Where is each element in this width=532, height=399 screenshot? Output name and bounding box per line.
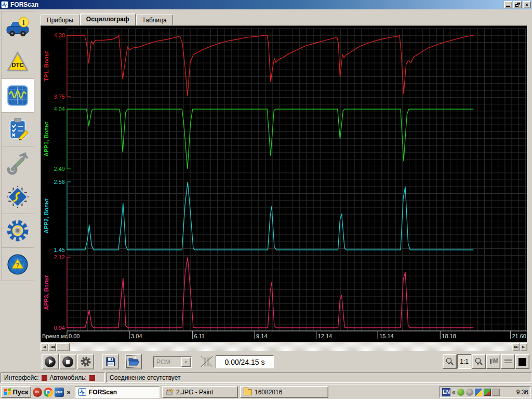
- right-arrow-icon: ▶: [522, 345, 525, 349]
- zoom-actual-button[interactable]: 1:1: [457, 354, 471, 369]
- save-button[interactable]: [102, 354, 119, 369]
- channel-name-label: APP3, Вольт: [43, 275, 49, 310]
- x-tick-label: 21.60: [512, 333, 526, 339]
- play-button[interactable]: [42, 354, 59, 369]
- black-square-icon: [518, 358, 526, 366]
- sidebar-item-settings[interactable]: [1, 214, 34, 247]
- module-select: PCM ▼: [153, 356, 192, 368]
- window-title: FORScan: [10, 1, 503, 8]
- channel-name-label: TP1, Вольт: [43, 50, 49, 81]
- tray-icon[interactable]: [484, 389, 491, 396]
- chrome-icon: [44, 388, 53, 397]
- tray-icon[interactable]: [466, 389, 473, 396]
- tab-bar: Приборы Осциллограф Таблица: [41, 14, 174, 25]
- quicklaunch-chrome[interactable]: [43, 387, 53, 397]
- trace-APP2: [67, 182, 473, 250]
- restore-icon: [515, 3, 520, 7]
- hscrollbar[interactable]: ◀ ◀◀ ▶▶ ▶: [41, 343, 527, 351]
- settings-gear-icon: [80, 356, 91, 367]
- sidebar-item-service[interactable]: [1, 146, 34, 180]
- quicklaunch-kmplayer[interactable]: KMP: [54, 387, 64, 397]
- sidebar-item-vehicle-info[interactable]: i: [1, 11, 34, 45]
- left-arrow-icon: ◀: [43, 345, 46, 349]
- minimize-button[interactable]: [504, 1, 512, 8]
- measure-ruler-button[interactable]: [486, 354, 500, 369]
- oscilloscope-panel: Время,мс0.003.046.119.1412.1415.1418.182…: [41, 25, 527, 342]
- language-indicator[interactable]: EN: [442, 388, 450, 396]
- red-browser-icon: 09: [33, 388, 42, 397]
- taskbar-window-paint[interactable]: 2.JPG - Paint: [162, 386, 238, 398]
- sidebar-item-tests[interactable]: [1, 112, 34, 146]
- taskbar: Пуск 09 KMP » FORScan 2.JPG - Paint 1608…: [0, 384, 532, 399]
- sidebar-item-configuration[interactable]: [1, 180, 34, 214]
- channel-max-label: 4.38: [54, 32, 65, 38]
- sidebar-item-help[interactable]: ?: [1, 247, 34, 281]
- restore-button[interactable]: [513, 1, 522, 8]
- background-color-button[interactable]: [515, 354, 529, 369]
- channel-min-label: 0.94: [54, 325, 65, 331]
- vehicle-status-led: [89, 375, 95, 381]
- tab-table[interactable]: Таблица: [136, 15, 173, 25]
- channel-min-label: 1.45: [54, 247, 65, 253]
- kmplayer-icon: KMP: [55, 388, 64, 397]
- task-title: 16082016: [255, 389, 282, 396]
- x-tick-label: 15.14: [379, 333, 394, 339]
- forscan-task-icon: [78, 388, 86, 396]
- trace-TP1: [67, 35, 473, 96]
- tray-icon[interactable]: [475, 389, 482, 396]
- scroll-left-fast-button[interactable]: ◀◀: [48, 343, 56, 351]
- channel-name-label: APP2, Вольт: [43, 198, 49, 233]
- connection-indicators-panel: Интерфейс: Автомобиль:: [1, 373, 105, 383]
- close-button[interactable]: ×: [523, 1, 531, 8]
- start-button[interactable]: Пуск: [1, 386, 31, 398]
- scroll-left-button[interactable]: ◀: [41, 343, 48, 351]
- channel-max-label: 2.56: [54, 179, 65, 185]
- sidebar-item-oscilloscope[interactable]: [1, 78, 34, 112]
- gear-icon: [6, 219, 30, 243]
- scrollbar-track[interactable]: [70, 343, 512, 351]
- svg-text:?: ?: [16, 262, 19, 268]
- grid-lines-button[interactable]: [501, 354, 515, 369]
- channel-min-label: 2.49: [54, 166, 65, 172]
- right-arrow-icon: ▶: [516, 345, 517, 349]
- wrench-icon: [6, 151, 30, 175]
- ruler-icon: [489, 357, 498, 366]
- quicklaunch-red-browser[interactable]: 09: [32, 387, 42, 397]
- tests-icon: [6, 117, 30, 141]
- tray-collapse-chevron[interactable]: «: [452, 389, 456, 396]
- scroll-right-button[interactable]: ▶: [520, 343, 527, 351]
- sidebar-item-dtc[interactable]: DTC: [1, 45, 34, 78]
- status-bar: Интерфейс: Автомобиль: Соединение отсутс…: [0, 372, 532, 383]
- forscan-app-icon: [1, 1, 8, 8]
- sidebar: i DTC: [1, 11, 34, 281]
- svg-text:DTC: DTC: [11, 62, 24, 68]
- open-button[interactable]: [125, 354, 142, 369]
- start-label: Пуск: [13, 388, 29, 396]
- status-message: Соединение отсутствует: [110, 374, 180, 381]
- task-title: 2.JPG - Paint: [176, 389, 213, 396]
- paint-task-icon: [166, 388, 174, 396]
- dtc-icon: DTC: [6, 50, 30, 74]
- x-tick-label: 0.00: [69, 333, 79, 339]
- save-floppy-icon: [105, 356, 116, 367]
- interface-status-led: [42, 375, 47, 381]
- stop-button[interactable]: [59, 354, 76, 369]
- tab-oscilloscope[interactable]: Осциллограф: [80, 14, 136, 25]
- taskbar-window-forscan[interactable]: FORScan: [75, 386, 159, 398]
- title-bar: FORScan ×: [0, 0, 532, 9]
- taskbar-window-folder[interactable]: 16082016: [240, 386, 328, 398]
- tray-icon[interactable]: [457, 389, 464, 396]
- open-folder-icon: [128, 356, 139, 367]
- chip-icon: [6, 185, 30, 209]
- scrollbar-thumb[interactable]: [56, 343, 70, 351]
- zoom-in-button[interactable]: [472, 354, 486, 369]
- tab-instruments[interactable]: Приборы: [41, 15, 79, 25]
- scope-settings-button[interactable]: [77, 354, 94, 369]
- scroll-right-fast-button[interactable]: ▶▶: [512, 343, 520, 351]
- task-title: FORScan: [89, 389, 117, 396]
- disconnect-button: [198, 354, 215, 369]
- tray-icon[interactable]: [493, 389, 500, 396]
- quicklaunch-overflow-chevron[interactable]: »: [65, 387, 72, 397]
- zoom-out-button[interactable]: [443, 354, 457, 369]
- folder-icon: [244, 389, 252, 395]
